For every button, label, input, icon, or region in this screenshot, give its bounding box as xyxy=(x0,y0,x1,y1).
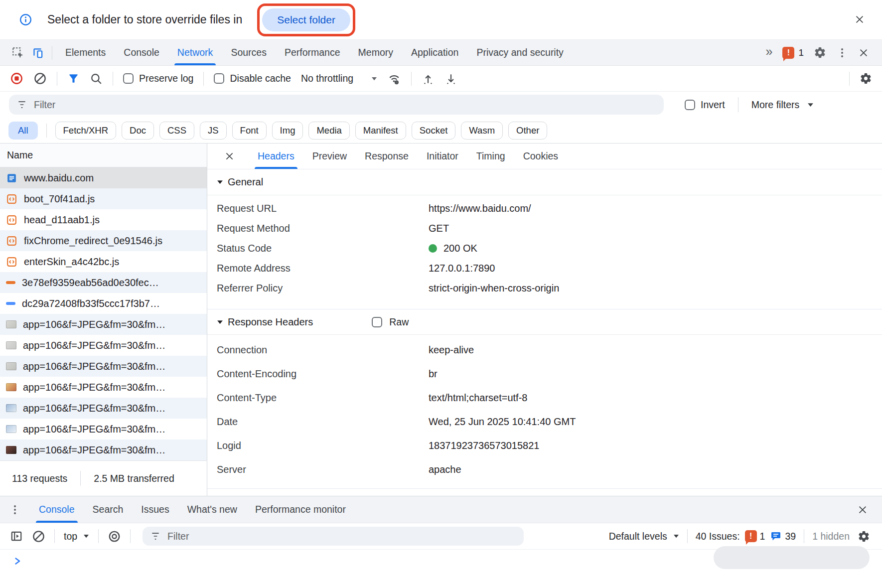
request-row[interactable]: app=106&f=JPEG&fm=30&fm… xyxy=(0,356,207,377)
search-icon[interactable] xyxy=(90,72,103,85)
main-tab[interactable]: Network xyxy=(168,40,222,65)
header-row: Request URL https://www.baidu.com/ xyxy=(207,198,882,218)
filter-funnel-icon xyxy=(17,100,27,110)
drawer-close-icon[interactable] xyxy=(857,504,868,515)
menu-dots-icon[interactable] xyxy=(836,47,848,59)
detail-tab[interactable]: Initiator xyxy=(418,144,467,169)
header-label: Content-Type xyxy=(217,392,429,404)
record-icon[interactable] xyxy=(10,72,23,85)
type-chip[interactable]: Other xyxy=(508,122,547,140)
drawer-tab[interactable]: Search xyxy=(84,496,133,523)
invert-checkbox[interactable]: Invert xyxy=(685,99,725,111)
script-icon xyxy=(6,235,17,247)
devtools-close-icon[interactable] xyxy=(858,47,869,58)
type-chip[interactable]: Wasm xyxy=(461,122,503,140)
detail-tab[interactable]: Cookies xyxy=(514,144,567,169)
clear-console-icon[interactable] xyxy=(32,530,45,543)
type-chip[interactable]: Manifest xyxy=(355,122,406,140)
image-thumbnail-icon xyxy=(6,425,16,433)
close-details-icon[interactable] xyxy=(224,151,235,161)
type-chip[interactable]: Socket xyxy=(412,122,456,140)
live-expression-eye-icon[interactable] xyxy=(108,530,121,543)
general-section-header[interactable]: General xyxy=(207,169,882,195)
console-sidebar-icon[interactable] xyxy=(10,530,23,543)
more-filters-dropdown[interactable]: More filters xyxy=(751,99,814,111)
main-tab[interactable]: Application xyxy=(402,40,467,65)
request-row[interactable]: boot_70f41ad.js xyxy=(0,188,207,209)
network-filter-input[interactable] xyxy=(33,99,656,111)
context-select[interactable]: top xyxy=(64,531,89,542)
header-row: Remote Address 127.0.0.1:7890 xyxy=(207,258,882,278)
raw-checkbox[interactable]: Raw xyxy=(372,316,409,328)
header-label: Date xyxy=(217,416,429,428)
issues-counter[interactable]: 40 Issues: ! 1 39 xyxy=(696,530,796,542)
request-row[interactable]: app=106&f=JPEG&fm=30&fm… xyxy=(0,398,207,419)
header-value: 18371923736573015821 xyxy=(429,440,539,451)
request-row[interactable]: app=106&f=JPEG&fm=30&fm… xyxy=(0,335,207,356)
type-chip[interactable]: CSS xyxy=(159,122,194,140)
request-row[interactable]: 3e78ef9359eab56ad0e30fec… xyxy=(0,272,207,293)
detail-tab[interactable]: Timing xyxy=(467,144,514,169)
type-chip[interactable]: Fetch/XHR xyxy=(55,122,116,140)
console-filter-input[interactable] xyxy=(166,530,516,543)
more-tabs-icon[interactable]: » xyxy=(766,45,773,60)
console-settings-gear-icon[interactable] xyxy=(858,530,870,543)
name-column-header[interactable]: Name xyxy=(0,144,207,167)
drawer-tab[interactable]: Issues xyxy=(132,496,178,523)
main-tab[interactable]: Elements xyxy=(56,40,115,65)
log-levels-select[interactable]: Default levels xyxy=(609,531,679,542)
request-row[interactable]: head_d11aab1.js xyxy=(0,209,207,230)
select-folder-button[interactable]: Select folder xyxy=(262,8,350,31)
request-row[interactable]: app=106&f=JPEG&fm=30&fm… xyxy=(0,419,207,440)
throttling-select[interactable]: No throttling xyxy=(301,73,377,84)
import-har-icon[interactable] xyxy=(422,72,435,85)
main-tab[interactable]: Sources xyxy=(222,40,276,65)
network-filter-row: Invert More filters xyxy=(0,92,882,118)
disable-cache-checkbox[interactable]: Disable cache xyxy=(214,73,291,84)
request-row[interactable]: app=106&f=JPEG&fm=30&fm… xyxy=(0,314,207,335)
type-chip[interactable]: Media xyxy=(308,122,349,140)
response-headers-section-header[interactable]: Response Headers Raw xyxy=(207,309,882,335)
request-name: boot_70f41ad.js xyxy=(24,193,95,205)
header-label: Logid xyxy=(217,440,429,451)
preserve-log-checkbox[interactable]: Preserve log xyxy=(123,73,193,84)
request-row[interactable]: enterSkin_a4c42bc.js xyxy=(0,251,207,272)
drawer-tab[interactable]: Console xyxy=(30,496,84,523)
network-settings-gear-icon[interactable] xyxy=(860,72,872,85)
type-chip[interactable]: Doc xyxy=(122,122,154,140)
divider xyxy=(130,529,131,543)
requests-summary: 113 requests 2.5 MB transferred xyxy=(0,460,207,496)
issues-error-icon[interactable]: ! xyxy=(782,47,794,59)
main-tab[interactable]: Privacy and security xyxy=(467,40,572,65)
request-row[interactable]: app=106&f=JPEG&fm=30&fm… xyxy=(0,440,207,460)
main-tab[interactable]: Console xyxy=(115,40,168,65)
request-name: dc29a72408fb33f5ccc17f3b7… xyxy=(22,298,160,309)
filter-funnel-icon[interactable] xyxy=(67,72,80,85)
main-tab[interactable]: Performance xyxy=(276,40,349,65)
request-row[interactable]: fixChrome_redirect_0e91546.js xyxy=(0,230,207,251)
request-row[interactable]: www.baidu.com xyxy=(0,167,207,188)
request-row[interactable]: app=106&f=JPEG&fm=30&fm… xyxy=(0,377,207,398)
chip-all[interactable]: All xyxy=(8,122,38,140)
drawer-tab[interactable]: What's new xyxy=(178,496,246,523)
type-chip[interactable]: JS xyxy=(200,122,227,140)
infobar-close-icon[interactable] xyxy=(854,14,865,25)
main-tab[interactable]: Memory xyxy=(349,40,402,65)
type-chip[interactable]: Img xyxy=(272,122,303,140)
detail-tab[interactable]: Headers xyxy=(249,144,303,169)
header-value: 200 OK xyxy=(429,243,477,254)
header-label: Content-Encoding xyxy=(217,368,429,380)
detail-tab[interactable]: Response xyxy=(356,144,418,169)
inspect-icon[interactable] xyxy=(8,43,28,63)
type-chip[interactable]: Font xyxy=(232,122,267,140)
detail-tab[interactable]: Preview xyxy=(303,144,356,169)
hidden-messages-label[interactable]: 1 hidden xyxy=(812,531,850,542)
clear-icon[interactable] xyxy=(33,72,47,85)
export-har-icon[interactable] xyxy=(444,72,457,85)
drawer-tab[interactable]: Performance monitor xyxy=(246,496,355,523)
request-row[interactable]: dc29a72408fb33f5ccc17f3b7… xyxy=(0,293,207,314)
device-toolbar-icon[interactable] xyxy=(28,43,48,63)
network-conditions-icon[interactable] xyxy=(387,72,401,86)
drawer-menu-dots-icon[interactable] xyxy=(9,504,21,516)
settings-gear-icon[interactable] xyxy=(814,46,826,59)
